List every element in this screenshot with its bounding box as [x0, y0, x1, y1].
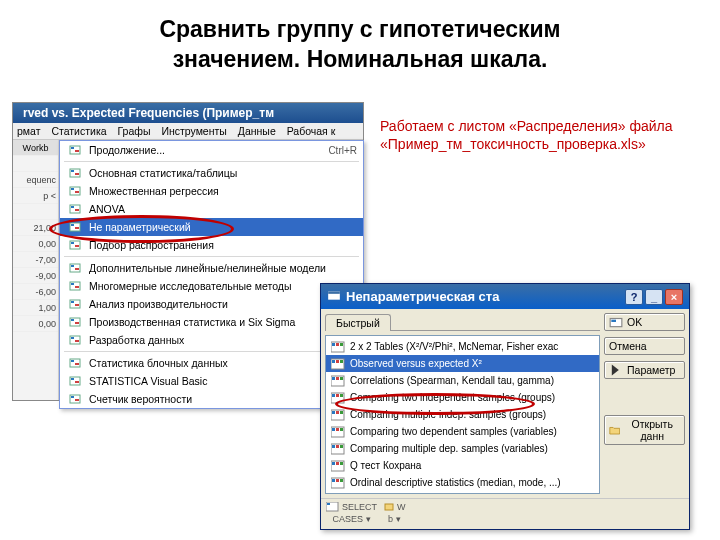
svg-rect-48: [336, 343, 339, 346]
svg-rect-7: [75, 173, 79, 175]
spreadsheet-left-column: Workb equenc p < 21,00 0,00 -7,00 -9,00 …: [13, 140, 59, 400]
menu-item-label: STATISTICA Visual Basic: [89, 375, 357, 387]
menu-data[interactable]: Данные: [238, 125, 276, 137]
menubar[interactable]: рмат Статистика Графы Инструменты Данные…: [13, 123, 363, 140]
ok-button[interactable]: OK: [604, 313, 685, 331]
svg-rect-45: [328, 292, 340, 294]
svg-rect-19: [75, 245, 79, 247]
list-item-label: Comparing two dependent samples (variabl…: [350, 426, 557, 437]
svg-rect-83: [611, 320, 616, 322]
list-item[interactable]: Correlations (Spearman, Kendall tau, gam…: [326, 372, 599, 389]
svg-rect-53: [340, 360, 343, 363]
menu-item-label: Многомерные исследовательные методы: [89, 280, 357, 292]
svg-rect-13: [75, 209, 79, 211]
list-item-label: Comparing multiple indep. samples (group…: [350, 409, 546, 420]
stats-icon: [67, 279, 83, 293]
svg-rect-63: [332, 411, 335, 414]
stats-icon: [67, 202, 83, 216]
svg-rect-37: [75, 363, 79, 365]
svg-rect-73: [340, 445, 343, 448]
select-cases-dropdown[interactable]: SELECT CASES ▾: [326, 502, 377, 524]
svg-rect-16: [75, 227, 79, 229]
svg-rect-49: [340, 343, 343, 346]
list-item[interactable]: Comparing multiple dep. samples (variabl…: [326, 440, 599, 457]
list-item[interactable]: Observed versus expected X²: [326, 355, 599, 372]
svg-rect-6: [71, 170, 74, 172]
menu-item-label: Разработка данных: [89, 334, 357, 346]
menu-item[interactable]: Дополнительные линейные/нелинейные модел…: [60, 259, 363, 277]
list-item[interactable]: Ordinal descriptive statistics (median, …: [326, 474, 599, 491]
menu-item[interactable]: Производственная статистика и Six Sigma: [60, 313, 363, 331]
menu-format[interactable]: рмат: [17, 125, 40, 137]
stats-icon: [67, 238, 83, 252]
dialog-tabs: Быстрый: [325, 313, 600, 331]
svg-rect-10: [75, 191, 79, 193]
svg-rect-76: [336, 462, 339, 465]
list-item-label: Comparing two independent samples (group…: [350, 392, 555, 403]
minimize-button[interactable]: _: [645, 289, 663, 305]
dialog-titlebar: Непараметрическая ста ? _ ×: [321, 284, 689, 309]
svg-rect-81: [340, 479, 343, 482]
menu-item[interactable]: Многомерные исследовательные методы: [60, 277, 363, 295]
weight-dropdown[interactable]: W b ▾: [383, 502, 406, 524]
svg-rect-67: [332, 428, 335, 431]
menu-tools[interactable]: Инструменты: [161, 125, 226, 137]
menu-item-label: Не параметрический: [89, 221, 357, 233]
svg-rect-52: [336, 360, 339, 363]
menu-item[interactable]: Не параметрический: [60, 218, 363, 236]
svg-rect-56: [336, 377, 339, 380]
menu-separator: [64, 256, 359, 257]
menu-item[interactable]: Продолжение...Ctrl+R: [60, 141, 363, 159]
list-item-label: 2 x 2 Tables (X²/V²/Phi², McNemar, Fishe…: [350, 341, 558, 352]
list-item[interactable]: Comparing two dependent samples (variabl…: [326, 423, 599, 440]
svg-rect-85: [327, 503, 330, 505]
stats-icon: [67, 315, 83, 329]
svg-rect-18: [71, 242, 74, 244]
list-item[interactable]: Comparing multiple indep. samples (group…: [326, 406, 599, 423]
run-icon: [609, 316, 623, 328]
menu-item[interactable]: Счетчик вероятности: [60, 390, 363, 408]
options-button[interactable]: Параметр: [604, 361, 685, 379]
menu-item[interactable]: Статистика блочных данных: [60, 354, 363, 372]
menu-item[interactable]: Основная статистика/таблицы: [60, 164, 363, 182]
svg-rect-25: [75, 286, 79, 288]
list-item[interactable]: Comparing two independent samples (group…: [326, 389, 599, 406]
svg-rect-40: [75, 381, 79, 383]
menu-item[interactable]: STATISTICA Visual Basic: [60, 372, 363, 390]
menu-item[interactable]: Подбор распространения: [60, 236, 363, 254]
svg-rect-79: [332, 479, 335, 482]
menu-item[interactable]: Множественная регрессия: [60, 182, 363, 200]
analysis-icon: [331, 477, 345, 489]
svg-rect-80: [336, 479, 339, 482]
stats-icon: [67, 356, 83, 370]
list-item-label: Comparing multiple dep. samples (variabl…: [350, 443, 548, 454]
svg-rect-36: [71, 360, 74, 362]
menu-workbook[interactable]: Рабочая к: [287, 125, 336, 137]
cancel-button[interactable]: Отмена: [604, 337, 685, 355]
menu-shortcut: Ctrl+R: [328, 145, 357, 156]
svg-rect-15: [71, 224, 74, 226]
tab-quick[interactable]: Быстрый: [325, 314, 391, 331]
svg-rect-12: [71, 206, 74, 208]
svg-rect-42: [71, 396, 74, 398]
analysis-listbox[interactable]: 2 x 2 Tables (X²/V²/Phi², McNemar, Fishe…: [325, 335, 600, 494]
help-button[interactable]: ?: [625, 289, 643, 305]
list-item[interactable]: Q тест Кохрана: [326, 457, 599, 474]
svg-rect-71: [332, 445, 335, 448]
menu-graphs[interactable]: Графы: [117, 125, 150, 137]
menu-item[interactable]: ANOVA: [60, 200, 363, 218]
analysis-icon: [331, 341, 345, 353]
menu-statistics[interactable]: Статистика: [51, 125, 106, 137]
close-button[interactable]: ×: [665, 289, 683, 305]
list-item-label: Observed versus expected X²: [350, 358, 482, 369]
analysis-icon: [331, 358, 345, 370]
menu-item-label: Счетчик вероятности: [89, 393, 357, 405]
open-data-button[interactable]: Открыть данн: [604, 415, 685, 445]
menu-item[interactable]: Разработка данных: [60, 331, 363, 349]
folder-open-icon: [609, 424, 620, 436]
analysis-icon: [331, 409, 345, 421]
window-title: rved vs. Expected Frequencies (Пример_тм: [23, 106, 274, 120]
menu-item[interactable]: Анализ производительности: [60, 295, 363, 313]
list-item[interactable]: 2 x 2 Tables (X²/V²/Phi², McNemar, Fishe…: [326, 338, 599, 355]
svg-rect-31: [75, 322, 79, 324]
